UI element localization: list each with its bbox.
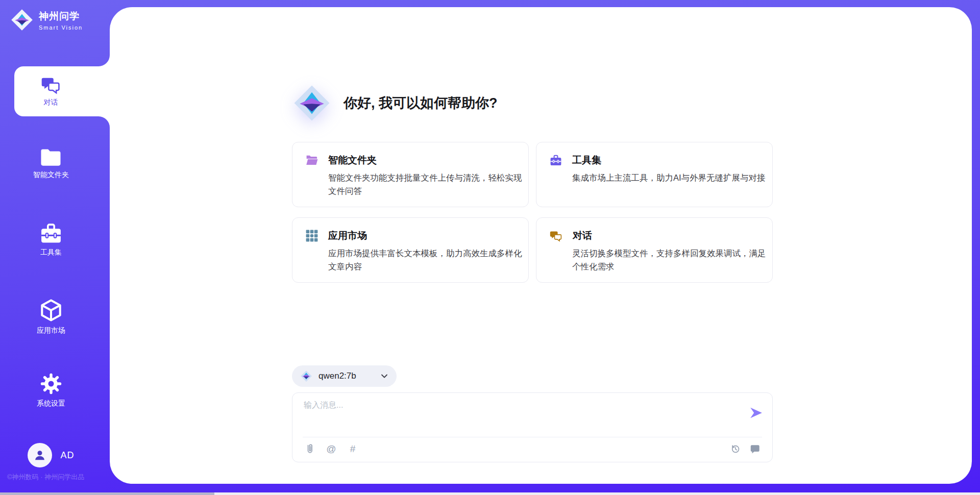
chat-bubbles-icon (41, 76, 61, 94)
message-input[interactable] (304, 400, 738, 432)
card-title: 智能文件夹 (328, 154, 377, 167)
sidebar-item-label: 系统设置 (37, 399, 65, 408)
greeting: 你好, 我可以如何帮助你? (292, 84, 498, 122)
folder-open-icon (306, 155, 318, 166)
user-account[interactable]: AD (0, 443, 102, 467)
sidebar-item-label: 对话 (44, 98, 58, 107)
card-title: 对话 (573, 229, 592, 242)
mention-button[interactable]: @ (325, 443, 337, 455)
topic-button[interactable]: # (347, 443, 359, 455)
feature-cards: 智能文件夹 智能文件夹功能支持批量文件上传与清洗，轻松实现文件问答 工具集 集成… (292, 142, 773, 283)
attach-file-button[interactable] (304, 443, 316, 455)
person-icon (32, 448, 47, 463)
app-logo: 神州问学 Smart Vision (10, 8, 83, 32)
sidebar-item-tools[interactable]: 工具集 (0, 224, 102, 257)
gear-icon (40, 373, 62, 395)
card-description: 智能文件夹功能支持批量文件上传与清洗，轻松实现文件问答 (328, 171, 526, 197)
model-logo-icon (300, 370, 312, 382)
toolbox-icon (550, 155, 562, 166)
folder-icon (40, 148, 62, 166)
toolbox-icon (40, 224, 62, 244)
send-icon (749, 407, 763, 419)
feature-card-folders[interactable]: 智能文件夹 智能文件夹功能支持批量文件上传与清洗，轻松实现文件问答 (292, 142, 529, 207)
user-avatar (28, 443, 52, 467)
app-title: 神州问学 (39, 10, 83, 23)
feature-card-market[interactable]: 应用市场 应用市场提供丰富长文本模板，助力高效生成多样化文章内容 (292, 217, 529, 283)
app-window: { "app": { "name": "神州问学", "subtitle": "… (0, 0, 980, 495)
assistant-logo-icon (292, 84, 331, 122)
composer-toolbar-right (729, 443, 761, 455)
paperclip-icon (304, 443, 315, 455)
app-logo-icon (10, 8, 34, 32)
copyright-text: ©神州数码 · 神州问学出品 (7, 473, 114, 482)
composer-divider (303, 437, 762, 437)
quick-reply-button[interactable] (749, 443, 761, 455)
card-description: 应用市场提供丰富长文本模板，助力高效生成多样化文章内容 (328, 247, 526, 273)
comment-icon (749, 443, 761, 455)
history-icon (730, 443, 741, 455)
composer-toolbar: @ # (304, 443, 761, 455)
greeting-title: 你好, 我可以如何帮助你? (344, 94, 498, 112)
chat-bubbles-icon (550, 230, 562, 242)
at-icon: @ (326, 443, 336, 455)
app-subtitle: Smart Vision (39, 24, 83, 31)
sidebar-item-folders[interactable]: 智能文件夹 (0, 148, 102, 180)
model-selector[interactable]: qwen2:7b (292, 365, 397, 387)
sidebar: 神州问学 Smart Vision 对话 智能文件夹 工具集 (0, 0, 110, 495)
send-button[interactable] (748, 405, 764, 422)
tab-curve-top (99, 55, 110, 66)
sidebar-item-label: 智能文件夹 (33, 170, 69, 180)
horizontal-scrollbar[interactable] (0, 492, 980, 495)
user-initials: AD (60, 450, 74, 461)
model-name: qwen2:7b (318, 371, 356, 381)
sidebar-item-settings[interactable]: 系统设置 (0, 373, 102, 408)
scrollbar-thumb[interactable] (0, 492, 214, 495)
sidebar-item-market[interactable]: 应用市场 (0, 299, 102, 335)
feature-card-tools[interactable]: 工具集 集成市场上主流工具，助力AI与外界无缝扩展与对接 (536, 142, 773, 207)
sidebar-item-chat[interactable]: 对话 (14, 66, 110, 116)
hash-icon: # (350, 443, 356, 455)
app-grid-icon (306, 230, 318, 242)
feature-card-chat[interactable]: 对话 灵活切换多模型文件，支持多样回复效果调试，满足个性化需求 (536, 217, 773, 283)
history-button[interactable] (729, 443, 742, 455)
card-title: 工具集 (572, 154, 601, 167)
card-description: 集成市场上主流工具，助力AI与外界无缝扩展与对接 (572, 171, 770, 185)
message-composer: @ # (292, 392, 773, 462)
chevron-down-icon (380, 372, 388, 380)
cube-icon (40, 299, 62, 322)
sidebar-item-label: 工具集 (40, 248, 62, 257)
card-title: 应用市场 (328, 229, 367, 242)
tab-curve-bottom (99, 116, 110, 128)
main-panel: 你好, 我可以如何帮助你? 智能文件夹 智能文件夹功能支持批量文件上传与清洗，轻… (110, 7, 972, 484)
sidebar-item-label: 应用市场 (37, 326, 65, 335)
card-description: 灵活切换多模型文件，支持多样回复效果调试，满足个性化需求 (572, 247, 770, 273)
